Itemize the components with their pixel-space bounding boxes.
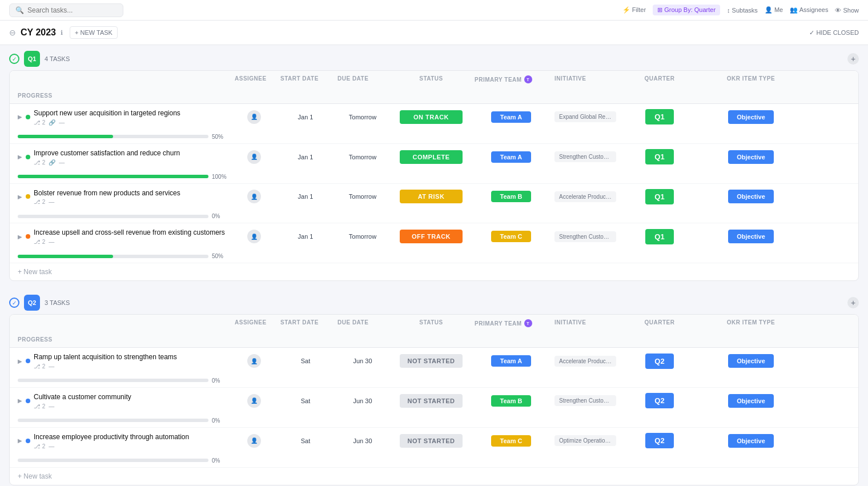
col-quarter: QUARTER [620, 71, 700, 88]
add-task-icon-Q1[interactable]: + [847, 53, 859, 65]
subtasks-btn[interactable]: ↕ Subtasks [727, 7, 758, 14]
search-box[interactable]: 🔍 [9, 3, 123, 17]
task-name-cell: ▶ Support new user acquisition in target… [14, 104, 231, 130]
task-name[interactable]: Increase employee productivity through a… [34, 432, 189, 442]
status-badge[interactable]: OFF TRACK [400, 230, 463, 243]
task-dot [26, 359, 30, 363]
task-name[interactable]: Bolster revenue from new products and se… [34, 188, 180, 198]
due-date: Jun 30 [353, 358, 372, 364]
task-dot [26, 399, 30, 403]
col-progress: PROGRESS [14, 332, 231, 347]
status-cell[interactable]: NOT STARTED [391, 351, 471, 371]
quarter-section-Q1: ✓ Q1 4 TASKS + ASSIGNEE START DATE DUE D… [9, 45, 859, 281]
col-initiative: INITIATIVE [551, 315, 620, 332]
progress-cell: 50% [14, 250, 231, 263]
task-expand-icon[interactable]: ▶ [18, 397, 22, 404]
status-badge[interactable]: ON TRACK [400, 110, 463, 124]
expand-year-icon[interactable]: ⊖ [9, 28, 16, 37]
col-task [14, 315, 231, 332]
task-name-cell: ▶ Increase upsell and cross-sell revenue… [14, 223, 231, 250]
new-task-row[interactable]: + New task [10, 468, 858, 485]
hide-closed-btn[interactable]: ✓ HIDE CLOSED [809, 29, 859, 37]
me-btn[interactable]: 👤 Me [765, 6, 783, 14]
team-badge[interactable]: Team B [491, 191, 531, 202]
status-cell[interactable]: NOT STARTED [391, 391, 471, 411]
primary-team-cell: Team A [471, 352, 551, 370]
table-row: ▶ Increase employee productivity through… [10, 428, 858, 468]
progress-bar [18, 215, 208, 218]
team-badge[interactable]: Team A [491, 355, 531, 367]
task-name-cell: ▶ Cultivate a customer community ⎇ 2 — [14, 388, 231, 414]
new-task-button[interactable]: + NEW TASK [70, 26, 118, 39]
start-date-cell: Sat [277, 394, 334, 408]
status-cell[interactable]: AT RISK [391, 186, 471, 207]
initiative-badge: Accelerate Product Innovation [554, 191, 616, 202]
team-badge[interactable]: Team B [491, 395, 531, 407]
quarter-badge-cell: Q1 [645, 229, 674, 244]
status-badge[interactable]: NOT STARTED [400, 354, 463, 368]
status-cell[interactable]: NOT STARTED [391, 431, 471, 451]
due-date-cell: Tomorrow [334, 190, 391, 203]
okr-type-badge: Objective [728, 394, 774, 408]
status-badge[interactable]: NOT STARTED [400, 394, 463, 408]
task-expand-icon[interactable]: ▶ [18, 114, 22, 120]
add-task-icon-Q2[interactable]: + [847, 297, 859, 308]
progress-fill [18, 175, 208, 178]
team-badge[interactable]: Team C [491, 231, 531, 242]
primary-team-cell: Team A [471, 108, 551, 126]
progress-bar [18, 419, 208, 422]
col-due-date: DUE DATE [334, 71, 391, 88]
status-cell[interactable]: ON TRACK [391, 107, 471, 127]
task-name-cell: ▶ Improve customer satisfaction and redu… [14, 144, 231, 170]
team-badge[interactable]: Team A [491, 111, 531, 123]
circle-check-icon-Q1[interactable]: ✓ [9, 54, 19, 64]
okr-type-cell: Objective [700, 431, 802, 451]
info-icon[interactable]: ℹ [61, 29, 63, 37]
start-date-cell: Jan 1 [277, 150, 334, 164]
quarter-badge-cell: Q1 [645, 109, 674, 124]
task-name[interactable]: Ramp up talent acquisition to strengthen… [34, 352, 177, 362]
task-expand-icon[interactable]: ▶ [18, 154, 22, 160]
assignees-btn[interactable]: 👥 Assignees [790, 6, 828, 14]
task-expand-icon[interactable]: ▶ [18, 234, 22, 240]
team-badge[interactable]: Team A [491, 151, 531, 163]
link-icon: 🔗 [49, 119, 55, 126]
initiative-badge: Strengthen Customer Retenti... [554, 395, 616, 406]
quarter-cell: Q1 [620, 186, 700, 208]
quarter-badge-Q1: Q1 [24, 51, 40, 67]
col-okr-type: OKR ITEM TYPE [700, 71, 802, 88]
status-cell[interactable]: COMPLETE [391, 147, 471, 167]
show-btn[interactable]: 👁 Show [835, 7, 859, 14]
task-expand-icon[interactable]: ▶ [18, 437, 22, 444]
quarter-cell: Q2 [620, 389, 700, 412]
quarter-badge-cell: Q1 [645, 149, 674, 164]
task-expand-icon[interactable]: ▶ [18, 358, 22, 364]
status-cell[interactable]: OFF TRACK [391, 226, 471, 247]
circle-check-icon-Q2[interactable]: ✓ [9, 298, 19, 308]
start-date-cell: Jan 1 [277, 110, 334, 124]
initiative-cell: Strengthen Customer Retenti... [551, 228, 620, 246]
task-name[interactable]: Increase upsell and cross-sell revenue f… [34, 228, 225, 238]
status-badge[interactable]: AT RISK [400, 190, 463, 203]
status-badge[interactable]: NOT STARTED [400, 434, 463, 448]
assignee-cell: 👤 [231, 226, 277, 247]
quarter-cell: Q1 [620, 106, 700, 128]
initiative-cell: Optimize Operational Efficien... [551, 432, 620, 449]
start-date-cell: Jan 1 [277, 190, 334, 203]
search-input[interactable] [27, 6, 113, 14]
status-badge[interactable]: COMPLETE [400, 150, 463, 164]
task-name[interactable]: Cultivate a customer community [34, 392, 131, 402]
start-date: Jan 1 [298, 154, 314, 160]
assignee-cell: 👤 [231, 186, 277, 207]
task-expand-icon[interactable]: ▶ [18, 194, 22, 200]
task-name[interactable]: Support new user acquisition in targeted… [34, 109, 180, 118]
link-icon: 🔗 [49, 159, 55, 166]
new-task-row[interactable]: + New task [10, 263, 858, 280]
filter-btn[interactable]: ⚡ Filter [622, 6, 646, 14]
progress-bar [18, 175, 208, 178]
due-date-cell: Jun 30 [334, 434, 391, 448]
group-by-btn[interactable]: ⊞ Group By: Quarter [653, 5, 720, 15]
progress-cell: 0% [14, 374, 231, 387]
task-name[interactable]: Improve customer satisfaction and reduce… [34, 148, 180, 158]
team-badge[interactable]: Team C [491, 435, 531, 447]
